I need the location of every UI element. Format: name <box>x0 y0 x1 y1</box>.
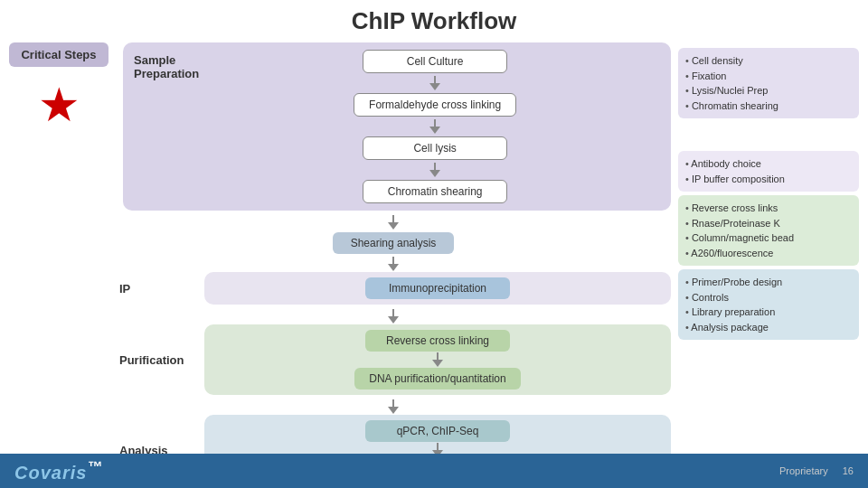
page-number: 16 <box>843 465 854 476</box>
bullet-item: Column/magnetic bead <box>685 230 852 246</box>
star-icon: ★ <box>38 81 80 128</box>
ip-section: Immunoprecipitation <box>204 272 671 305</box>
page-title: ChIP Workflow <box>0 0 868 39</box>
bullet-item: Antibody choice <box>685 156 852 172</box>
purification-section: Reverse cross linking DNA purification/q… <box>204 324 671 395</box>
proprietary-text: Proprietary <box>779 465 828 476</box>
formaldehyde-box: Formaldehyde cross linking <box>354 93 516 117</box>
purification-bullets: Reverse cross linksRnase/Proteinase KCol… <box>678 195 859 266</box>
footer-logo: Covaris™ <box>14 458 103 483</box>
bullet-item: Lysis/Nuclei Prep <box>685 83 852 99</box>
sample-prep-label: SamplePreparation <box>134 50 199 80</box>
chromatin-shearing-box: Chromatin shearing <box>363 180 507 203</box>
reverse-cross-linking-box: Reverse cross linking <box>365 330 510 352</box>
ip-label: IP <box>116 272 197 305</box>
bullet-item: Fixation <box>685 69 852 84</box>
bullet-item: Library preparation <box>685 305 852 320</box>
bullet-item: IP buffer composition <box>685 172 852 187</box>
bullet-item: Rnase/Proteinase K <box>685 216 852 231</box>
footer: Covaris™ Proprietary 16 <box>0 454 868 488</box>
critical-steps-label: Critical Steps <box>9 42 108 67</box>
bullet-item: Controls <box>685 290 852 305</box>
logo-text: Covaris <box>14 463 87 483</box>
bullet-item: Chromatin shearing <box>685 99 852 114</box>
logo-mark: ™ <box>87 458 103 475</box>
bullet-item: Cell density <box>685 53 852 69</box>
dna-purification-box: DNA purification/quantitation <box>354 368 520 389</box>
analysis-bullets: Primer/Probe designControlsLibrary prepa… <box>678 269 859 340</box>
immunoprecipitation-box: Immunoprecipitation <box>365 277 510 299</box>
bullet-item: A260/fluorescence <box>685 246 852 261</box>
cell-culture-box: Cell Culture <box>363 50 507 73</box>
sample-prep-section: SamplePreparation Cell Culture Formaldeh… <box>123 42 671 211</box>
qpcr-box: qPCR, ChIP-Seq <box>365 420 510 442</box>
sample-prep-bullets: Cell densityFixationLysis/Nuclei PrepChr… <box>678 48 859 118</box>
cell-lysis-box: Cell lysis <box>363 136 507 160</box>
ip-bullets: Antibody choiceIP buffer composition <box>678 151 859 192</box>
purification-label: Purification <box>116 324 197 395</box>
shearing-analysis-box: Shearing analysis <box>333 232 455 254</box>
bullet-item: Primer/Probe design <box>685 275 852 290</box>
bullet-item: Analysis package <box>685 320 852 335</box>
bullet-item: Reverse cross links <box>685 201 852 216</box>
